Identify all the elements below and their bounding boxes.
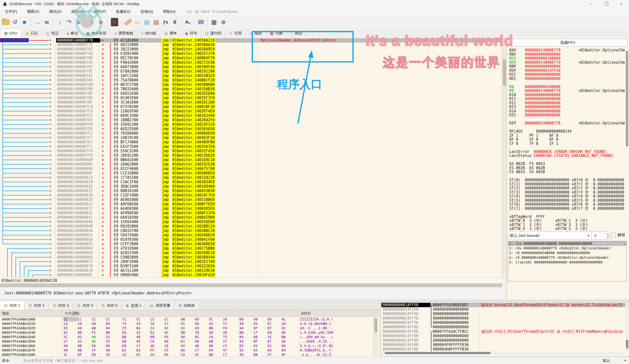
- memory-byte[interactable]: 48: [253, 317, 268, 321]
- disasm-row[interactable]: 0000000140008869∨E9 A2853300jmp010editor…: [0, 251, 502, 255]
- breakpoint-dot[interactable]: [49, 141, 51, 143]
- memory-byte[interactable]: 00: [181, 326, 195, 330]
- register-line[interactable]: ST(0) 00000000000000000000 x87r0 空 0.000…: [509, 178, 626, 182]
- disasm-row[interactable]: 0000000140008882∨E9 996B3400jmp010editor…: [0, 273, 502, 277]
- register-line[interactable]: [509, 158, 626, 162]
- memory-byte[interactable]: 89: [282, 348, 296, 353]
- memory-byte[interactable]: 04: [209, 348, 223, 353]
- memory-byte[interactable]: 41: [181, 321, 195, 326]
- breakpoint-dot[interactable]: [49, 39, 51, 41]
- patch-file-icon[interactable]: [123, 17, 133, 27]
- flag-values[interactable]: OF 0 SF 0 DF 0: [509, 137, 569, 142]
- tab-内存 2[interactable]: ▥内存 2: [24, 301, 49, 310]
- memory-byte[interactable]: C0: [209, 335, 223, 339]
- memory-byte[interactable]: 41: [209, 321, 223, 326]
- registers-panel[interactable]: 隐藏FPU RAX 0000000140008779 <010editor.Op…: [507, 37, 629, 301]
- stack-row[interactable]: 000000000014FF5800007FFA39DEE8D7返回到 kern…: [381, 303, 629, 307]
- register-line[interactable]: x87TW_2 3 (空) x87TW_3 3 (空): [509, 223, 626, 227]
- breakpoint-dot[interactable]: [49, 163, 51, 165]
- disasm-row[interactable]: 0000000140008850∨E9 CB833700jmp010editor…: [0, 228, 502, 233]
- memory-byte[interactable]: CC: [78, 317, 92, 321]
- memory-byte[interactable]: 8B: [106, 330, 120, 335]
- stack-row[interactable]: 000000000014FF700000000000000000: [381, 316, 629, 320]
- memory-byte[interactable]: 17: [136, 344, 150, 348]
- memory-byte[interactable]: 84: [164, 353, 178, 356]
- hash-icon[interactable]: #: [170, 17, 179, 27]
- disasm-row[interactable]: 0000000140008814∨E9 177A3100jmp010editor…: [0, 175, 502, 180]
- breakpoint-dot[interactable]: [49, 256, 51, 258]
- disasm-row[interactable]: 0000000140008864∨E9 47D32600jmp010editor…: [0, 246, 502, 251]
- memory-byte[interactable]: 0F: [253, 326, 268, 330]
- memory-byte[interactable]: 0F: [253, 339, 268, 344]
- command-input[interactable]: 命令使用逗号分隔（像汇编语言）: mov eax, ebx: [23, 357, 467, 364]
- register-value[interactable]: 0000000140008779: [525, 61, 561, 65]
- argument-row[interactable]: 2: rdx 0000000140008779 <010editor.Optio…: [508, 246, 626, 251]
- memory-byte[interactable]: 8B: [92, 326, 106, 330]
- register-line[interactable]: R14 0000000000000000: [509, 109, 626, 113]
- memory-byte[interactable]: 15: [122, 353, 136, 356]
- memory-byte[interactable]: 74: [122, 321, 136, 326]
- memory-byte[interactable]: 70: [106, 353, 120, 356]
- argument-count-stepper[interactable]: 5 ▲▼: [592, 232, 610, 240]
- memory-byte[interactable]: 75: [223, 335, 237, 339]
- memory-byte[interactable]: 24: [223, 317, 237, 321]
- memory-row[interactable]: 00007FFA3ABA1070488BCF48D1E8FFC566C70447…: [0, 348, 379, 353]
- disasm-row[interactable]: 0000000140008878∨E9 B39F3100jmp010editor…: [0, 264, 502, 268]
- st-register[interactable]: ST(4) 00000000000000000000 x87r4 空 0.000…: [509, 194, 624, 198]
- breakpoint-dot[interactable]: [49, 261, 51, 263]
- restart-icon[interactable]: ↺: [10, 17, 20, 27]
- memory-byte[interactable]: 48: [181, 335, 195, 339]
- memory-byte[interactable]: 8B: [150, 335, 164, 339]
- memory-byte[interactable]: 49: [64, 344, 78, 348]
- breakpoint-dot[interactable]: [49, 70, 51, 72]
- breakpoint-dot[interactable]: [49, 225, 51, 227]
- register-value[interactable]: 0000000140008779: [525, 89, 561, 93]
- register-line[interactable]: ES 002B DS 002B: [509, 166, 626, 170]
- memory-byte[interactable]: 24: [64, 321, 78, 326]
- memory-byte[interactable]: D1: [122, 348, 136, 353]
- breakpoint-dot[interactable]: [49, 203, 51, 205]
- disasm-row[interactable]: 0000000140008837∨E9 A44D0300jmp010editor…: [0, 206, 502, 211]
- memory-byte[interactable]: E8: [136, 348, 150, 353]
- breakpoint-dot[interactable]: [49, 234, 51, 236]
- memory-byte[interactable]: 8B: [78, 330, 92, 335]
- breakpoint-dot[interactable]: [49, 115, 51, 116]
- memory-byte[interactable]: 48: [195, 339, 209, 344]
- flag-values[interactable]: ZF 1 PF 1 AF 0: [509, 134, 569, 138]
- breakpoint-dot[interactable]: [49, 53, 51, 54]
- argument-row[interactable]: 3: r8 000000000034B000 000000000034B000: [508, 251, 626, 255]
- memory-byte[interactable]: CC: [106, 317, 120, 321]
- disasm-row[interactable]: 000000014000883C∨E9 AF890E00jmp010editor…: [0, 211, 502, 215]
- tab-笔记[interactable]: ▤笔记: [42, 29, 63, 37]
- memory-byte[interactable]: 08: [106, 344, 120, 348]
- memory-byte[interactable]: B7: [268, 326, 282, 330]
- memory-byte[interactable]: 24: [136, 321, 150, 326]
- register-value[interactable]: 0000000000000000: [525, 101, 561, 105]
- breakpoint-dot[interactable]: [49, 247, 51, 249]
- memory-byte[interactable]: CC: [122, 317, 136, 321]
- memory-byte[interactable]: D1: [268, 344, 282, 348]
- disasm-row[interactable]: 00000001400087D3∨E9 18BB2700jmp010editor…: [0, 118, 502, 122]
- stack-panel[interactable]: 000000000014FF5800007FFA39DEE8D7返回到 kern…: [380, 301, 629, 357]
- disasm-row[interactable]: 00000001400087B0∨E9 7B833400jmp010editor…: [0, 87, 502, 91]
- memory-header-hex[interactable]: 十六进制: [65, 310, 79, 317]
- breakpoint-dot[interactable]: [49, 44, 51, 45]
- register-line[interactable]: RFLAGS 0000000000000244: [509, 129, 626, 134]
- memory-byte[interactable]: E8: [122, 344, 136, 348]
- memory-byte[interactable]: 8B: [209, 344, 223, 348]
- breakpoint-dot[interactable]: [49, 212, 51, 214]
- disasm-row[interactable]: 0000000140008828∨E9 C33F3400jmp010editor…: [0, 193, 502, 197]
- memory-byte[interactable]: 8B: [239, 330, 253, 335]
- breakpoint-dot[interactable]: [49, 132, 51, 134]
- memory-byte[interactable]: 00: [253, 348, 268, 353]
- breakpoint-dot[interactable]: [49, 97, 51, 99]
- memory-byte[interactable]: 8B: [78, 348, 92, 353]
- memory-byte[interactable]: EC: [268, 321, 282, 326]
- memory-byte[interactable]: C6: [150, 339, 164, 344]
- memory-byte[interactable]: 6F: [78, 353, 92, 356]
- memory-row[interactable]: 00007FFA3ABA1010241048897424185741564157…: [0, 321, 379, 326]
- calling-convention-select[interactable]: 默认 (x64 fastcall)▼: [508, 232, 592, 240]
- tab-源代码[interactable]: ☑源代码: [201, 29, 225, 37]
- breakpoint-dot[interactable]: [49, 123, 51, 125]
- tab-SEH链[interactable]: §SEH链: [137, 29, 160, 37]
